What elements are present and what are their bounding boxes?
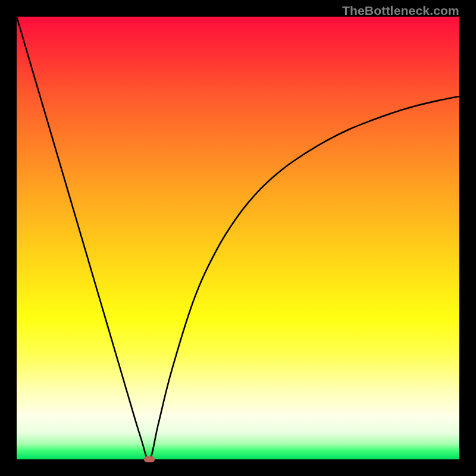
bottleneck-curve <box>17 17 459 459</box>
optimal-point-marker <box>144 456 155 462</box>
watermark-text: TheBottleneck.com <box>342 4 459 18</box>
plot-area <box>17 17 459 459</box>
chart-frame: TheBottleneck.com <box>0 0 476 476</box>
